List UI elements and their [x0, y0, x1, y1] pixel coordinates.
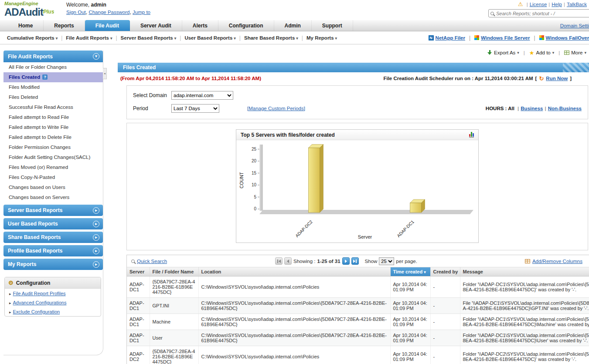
session-link-sign-out[interactable]: Sign Out — [66, 10, 86, 15]
tab-admin[interactable]: Admin — [274, 20, 312, 31]
domain-select[interactable]: adap.internal.com — [171, 91, 233, 100]
tab-file-audit[interactable]: File Audit — [85, 20, 130, 31]
tab-reports[interactable]: Reports — [44, 20, 85, 31]
sidebar-item-successful-file-read-access[interactable]: Successful File Read Access — [3, 102, 103, 112]
y-axis-label: COUNT — [239, 172, 244, 189]
sidebar-section-share-based-reports[interactable]: Share Based Reports▸ — [3, 232, 103, 243]
prev-page-button[interactable] — [284, 257, 292, 265]
menu-server-based-reports[interactable]: Server Based Reports▾ — [117, 35, 180, 40]
add-remove-columns[interactable]: Add/Remove Columns — [525, 259, 589, 264]
column-header-server[interactable]: Server — [127, 267, 150, 276]
cell-server: ADAP-DC2 — [127, 346, 150, 364]
menu-share-based-reports[interactable]: Share Based Reports▾ — [241, 35, 302, 40]
sidebar-header-file-audit-reports[interactable]: File Audit Reports ▾ — [3, 51, 103, 62]
sidebar-item-files-copy-n-pasted[interactable]: Files Copy-N-Pasted — [3, 172, 103, 182]
x-category-label: ADAP-DC2 — [294, 219, 313, 238]
top-link-license[interactable]: License — [530, 2, 547, 7]
cell-time: Apr 10,2014 04:01:09 PM — [390, 346, 430, 364]
add-to-button[interactable]: ★ Add to ▾ — [529, 50, 554, 56]
y-tick-label: 25 — [252, 147, 257, 152]
quick-search[interactable]: Quick Search — [131, 259, 218, 264]
config-link-row: ▸Exclude Configuration — [5, 307, 101, 316]
more-button[interactable]: More ▾ — [564, 50, 586, 55]
chart-type-icon[interactable] — [469, 132, 474, 138]
hours-link-non-business[interactable]: Non-Business — [548, 106, 582, 111]
hours-link-business[interactable]: Business — [521, 106, 543, 111]
menu-cumulative-reports[interactable]: Cumulative Reports▾ — [3, 35, 61, 40]
add-remove-columns-link[interactable]: Add/Remove Columns — [532, 259, 582, 264]
quick-link-windows-file-server[interactable]: Windows File Server — [474, 35, 530, 40]
sidebar-item-label: Files Modified — [9, 84, 40, 90]
sidebar-section-server-based-reports[interactable]: Server Based Reports▸ — [3, 205, 103, 216]
results-table: ServerFile / Folder NameLocationTime cre… — [127, 267, 589, 364]
top-link-talkback[interactable]: TalkBack — [567, 2, 587, 7]
sidebar-item-label: All File or Folder Changes — [9, 64, 67, 70]
quick-link-windows-failover-cluster[interactable]: Windows FailOver Cluster — [539, 35, 589, 40]
sidebar-item-folder-permission-changes[interactable]: Folder Permission Changes — [3, 142, 103, 152]
column-header-time-created[interactable]: Time created▾ — [390, 267, 430, 276]
cell-file: Machine — [150, 314, 198, 330]
top-link-help[interactable]: Help — [552, 2, 562, 7]
sidebar-section-profile-based-reports[interactable]: Profile Based Reports▸ — [3, 245, 103, 256]
column-header-file-folder-name[interactable]: File / Folder Name — [150, 267, 198, 276]
sidebar-item-label: Files Created — [9, 74, 40, 80]
global-search-box[interactable] — [488, 9, 589, 17]
menu-my-reports[interactable]: My Reports▾ — [303, 35, 340, 40]
sidebar-item-changes-based-on-users[interactable]: Changes based on Users — [3, 182, 103, 192]
sidebar-section-user-based-reports[interactable]: User Based Reports▸ — [3, 218, 103, 229]
cell-file: User — [150, 330, 198, 346]
column-header-created-by[interactable]: Created by — [430, 267, 460, 276]
tab-alerts[interactable]: Alerts — [182, 20, 218, 31]
menu-label: My Reports — [306, 35, 334, 40]
warning-icon[interactable]: ⚠ — [518, 1, 523, 7]
quick-search-link[interactable]: Quick Search — [137, 259, 167, 264]
first-page-button[interactable] — [275, 257, 283, 265]
sidebar-collapse-handle[interactable]: ◂ — [103, 68, 107, 79]
tab-server-audit[interactable]: Server Audit — [130, 20, 182, 31]
sidebar-item-files-moved-or-renamed[interactable]: Files Moved (or) Renamed — [3, 162, 103, 172]
tab-configuration[interactable]: Configuration — [218, 20, 274, 31]
sidebar-item-files-created[interactable]: Files Created? — [3, 72, 103, 82]
bar-adap-dc1[interactable] — [410, 203, 422, 212]
sidebar-item-files-modified[interactable]: Files Modified — [3, 82, 103, 92]
sidebar-item-failed-attempt-to-read-file[interactable]: Failed attempt to Read File — [3, 112, 103, 122]
last-page-button[interactable] — [351, 257, 359, 265]
sidebar-section-my-reports[interactable]: My Reports▸ — [3, 259, 103, 270]
table-row: ADAP-DC1GPT.INIC:\Windows\SYSVOL\sysvol\… — [127, 298, 589, 314]
y-tick-label: 20 — [252, 158, 257, 163]
sidebar-header-label: File Audit Reports — [8, 54, 53, 60]
app-logo[interactable]: ManageEngine ADAuditPlus — [4, 1, 54, 18]
run-now-link[interactable]: Run Now — [546, 76, 568, 81]
domain-settings-link[interactable]: Domain Settings — [560, 23, 589, 28]
search-input[interactable] — [496, 11, 583, 16]
page-size-select[interactable]: 25 — [379, 257, 394, 265]
config-link-exclude-configuration[interactable]: Exclude Configuration — [13, 309, 60, 314]
sidebar-item-changes-based-on-servers[interactable]: Changes based on Servers — [3, 192, 103, 202]
sidebar-item-failed-attempt-to-write-file[interactable]: Failed attempt to Write File — [3, 122, 103, 132]
tab-home[interactable]: Home — [8, 20, 44, 31]
quick-link-netapp-filer[interactable]: NNetApp Filer — [429, 35, 465, 40]
bar-adap-dc2[interactable] — [309, 148, 320, 213]
session-link-change-password[interactable]: Change Password — [89, 10, 129, 15]
manage-custom-periods-link[interactable]: [Manage Custom Periods] — [247, 106, 305, 111]
sidebar-item-folder-audit-setting-changes-sacl[interactable]: Folder Audit Setting Changes(SACL) — [3, 152, 103, 162]
sidebar-item-failed-attempt-to-delete-file[interactable]: Failed attempt to Delete File — [3, 132, 103, 142]
menu-user-based-reports[interactable]: User Based Reports▾ — [181, 35, 239, 40]
export-as-button[interactable]: Export As ▾ — [487, 50, 519, 55]
sidebar-item-files-deleted[interactable]: Files Deleted — [3, 92, 103, 102]
sidebar-item-all-file-or-folder-changes[interactable]: All File or Folder Changes — [3, 62, 103, 72]
session-link-jump-to[interactable]: Jump to — [133, 10, 150, 15]
chevron-down-icon[interactable]: ▾ — [93, 53, 99, 60]
chevron-right-icon: ▸ — [93, 234, 99, 241]
quick-links: NNetApp Filer|Windows File Server|Window… — [426, 35, 589, 41]
menu-file-audit-reports[interactable]: File Audit Reports▾ — [62, 35, 116, 40]
config-link-file-audit-report-profiles[interactable]: File Audit Report Profiles — [13, 291, 66, 296]
config-link-advanced-configurations[interactable]: Advanced Configurations — [13, 300, 67, 305]
tab-support[interactable]: Support — [312, 20, 353, 31]
column-header-message[interactable]: Message — [460, 267, 589, 276]
chevron-down-icon: ▾ — [234, 36, 236, 40]
next-page-button[interactable] — [342, 257, 350, 265]
help-icon[interactable]: ? — [42, 74, 48, 80]
column-header-location[interactable]: Location — [198, 267, 390, 276]
period-select[interactable]: Last 7 Days — [171, 104, 219, 113]
